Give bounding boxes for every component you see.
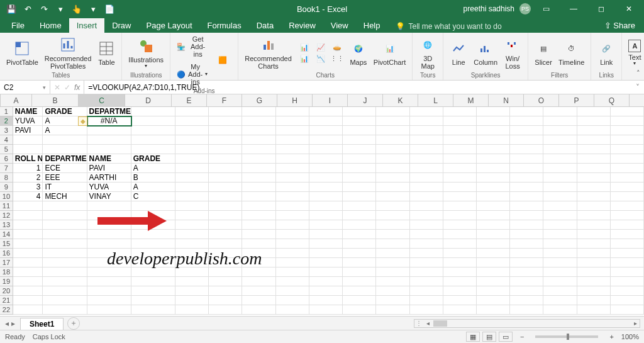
redo-icon[interactable]: ↷ bbox=[36, 1, 52, 16]
cell[interactable] bbox=[477, 192, 510, 201]
col-header-Q[interactable]: Q bbox=[594, 94, 630, 106]
cell[interactable] bbox=[209, 164, 242, 173]
cell[interactable] bbox=[376, 173, 409, 183]
cell[interactable]: 1 bbox=[13, 164, 43, 173]
cell[interactable] bbox=[43, 239, 87, 249]
cell[interactable] bbox=[543, 230, 577, 239]
cell[interactable] bbox=[13, 211, 43, 220]
row-header[interactable]: 22 bbox=[0, 305, 13, 315]
col-header-H[interactable]: H bbox=[277, 94, 313, 106]
cell[interactable] bbox=[343, 192, 376, 201]
cell[interactable] bbox=[543, 296, 577, 305]
cell[interactable]: PAVI bbox=[13, 126, 43, 135]
cell[interactable] bbox=[43, 286, 87, 296]
cell[interactable] bbox=[13, 277, 43, 286]
tab-insert[interactable]: Insert bbox=[69, 18, 105, 33]
cell[interactable] bbox=[577, 135, 611, 145]
cell[interactable] bbox=[87, 230, 131, 239]
cell[interactable]: 4 bbox=[13, 192, 43, 201]
cell[interactable] bbox=[309, 239, 343, 249]
cell[interactable] bbox=[477, 239, 510, 249]
row-header[interactable]: 9 bbox=[0, 183, 13, 192]
cell[interactable] bbox=[276, 211, 309, 220]
cell[interactable] bbox=[209, 211, 242, 220]
cell[interactable] bbox=[510, 183, 543, 192]
cell[interactable] bbox=[43, 230, 87, 239]
cell[interactable] bbox=[611, 286, 644, 296]
cell[interactable] bbox=[543, 183, 577, 192]
sheet-tab-active[interactable]: Sheet1 bbox=[20, 318, 64, 330]
cell[interactable] bbox=[175, 145, 209, 154]
cell[interactable] bbox=[443, 296, 477, 305]
col-header-I[interactable]: I bbox=[313, 94, 348, 106]
cell[interactable] bbox=[410, 211, 443, 220]
cell[interactable] bbox=[376, 154, 409, 164]
cell[interactable] bbox=[276, 135, 309, 145]
cell[interactable]: GRADE bbox=[43, 107, 87, 116]
bing-maps-button[interactable]: 🟧 bbox=[213, 50, 233, 71]
cell[interactable] bbox=[309, 286, 343, 296]
cell[interactable] bbox=[343, 267, 376, 277]
tell-me-search[interactable]: 💡 Tell me what you want to do bbox=[396, 22, 502, 33]
cell[interactable] bbox=[343, 164, 376, 173]
line-chart-icon[interactable]: 📈 bbox=[313, 42, 328, 52]
cell[interactable] bbox=[209, 220, 242, 230]
cell[interactable] bbox=[577, 154, 611, 164]
cell[interactable] bbox=[376, 211, 409, 220]
cell[interactable] bbox=[87, 145, 131, 154]
cell[interactable] bbox=[410, 164, 443, 173]
cell[interactable] bbox=[131, 230, 175, 239]
cell[interactable] bbox=[43, 277, 87, 286]
cell[interactable] bbox=[510, 249, 543, 258]
col-header-O[interactable]: O bbox=[524, 94, 559, 106]
cell[interactable] bbox=[376, 249, 409, 258]
cell[interactable] bbox=[175, 201, 209, 211]
cell[interactable] bbox=[309, 220, 343, 230]
cell[interactable] bbox=[209, 154, 242, 164]
cell[interactable] bbox=[510, 277, 543, 286]
cell[interactable] bbox=[611, 135, 644, 145]
cell[interactable] bbox=[13, 267, 43, 277]
row-header[interactable]: 11 bbox=[0, 201, 13, 211]
row-header[interactable]: 5 bbox=[0, 145, 13, 154]
col-header-B[interactable]: B bbox=[32, 94, 79, 106]
qat-customize-icon[interactable]: ▾ bbox=[53, 1, 68, 16]
cell[interactable] bbox=[131, 267, 175, 277]
rec-pivot-button[interactable]: Recommended PivotTables bbox=[43, 35, 93, 71]
cell[interactable] bbox=[242, 173, 275, 183]
cell[interactable] bbox=[242, 145, 275, 154]
cell[interactable] bbox=[309, 173, 343, 183]
cell[interactable] bbox=[611, 183, 644, 192]
cell[interactable] bbox=[343, 277, 376, 286]
cell[interactable] bbox=[543, 258, 577, 267]
cell[interactable] bbox=[376, 267, 409, 277]
cell[interactable] bbox=[443, 258, 477, 267]
cell[interactable] bbox=[543, 126, 577, 135]
row-header[interactable]: 19 bbox=[0, 277, 13, 286]
cell[interactable] bbox=[343, 258, 376, 267]
cell[interactable] bbox=[242, 286, 275, 296]
expand-formula-bar-icon[interactable]: ˅ bbox=[631, 81, 644, 94]
cell[interactable] bbox=[477, 305, 510, 315]
cell[interactable] bbox=[410, 135, 443, 145]
cell[interactable] bbox=[276, 249, 309, 258]
cell[interactable] bbox=[242, 107, 275, 116]
cell[interactable] bbox=[43, 201, 87, 211]
cell[interactable] bbox=[343, 116, 376, 126]
cell[interactable] bbox=[443, 286, 477, 296]
cell[interactable] bbox=[443, 126, 477, 135]
cell[interactable] bbox=[242, 296, 275, 305]
cell[interactable] bbox=[43, 145, 87, 154]
cell[interactable] bbox=[611, 201, 644, 211]
cell[interactable]: 2 bbox=[13, 173, 43, 183]
cell[interactable] bbox=[131, 277, 175, 286]
cell[interactable] bbox=[510, 192, 543, 201]
cell[interactable] bbox=[87, 126, 131, 135]
cell[interactable] bbox=[131, 286, 175, 296]
cell[interactable] bbox=[13, 145, 43, 154]
tab-help[interactable]: Help bbox=[356, 18, 388, 33]
cell[interactable] bbox=[376, 164, 409, 173]
col-header-R[interactable]: R bbox=[630, 94, 644, 106]
cell[interactable] bbox=[543, 116, 577, 126]
cell[interactable] bbox=[13, 135, 43, 145]
